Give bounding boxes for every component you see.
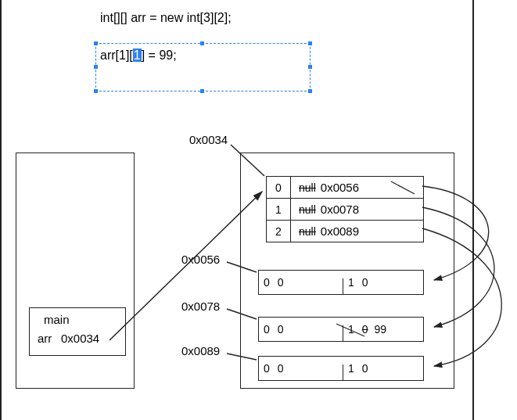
code-line-1: int[][] arr = new int[3][2]; <box>100 11 232 25</box>
table-row: 1 null 0x0078 <box>267 198 423 220</box>
row-address: 0x0078 <box>321 203 359 216</box>
code-suffix: = 99; <box>145 48 176 62</box>
subarray-1: 0 0 1 0 99 <box>258 317 424 342</box>
subarray-0: 0 0 1 0 <box>258 270 424 295</box>
table-row: 2 null 0x0089 <box>267 220 423 242</box>
page-left-border <box>0 0 2 420</box>
cell-index: 0 <box>264 323 270 336</box>
cell-old-value: 0 <box>362 323 368 336</box>
old-value: null <box>299 203 316 216</box>
stack-var-value: 0x0034 <box>61 332 99 345</box>
code-line-2: arr[1][1] = 99; <box>100 48 177 63</box>
old-value: null <box>299 225 316 238</box>
cell-value: 0 <box>362 276 368 289</box>
subarray-address-2: 0x0089 <box>181 344 220 357</box>
code-highlighted-index: 1 <box>133 48 142 62</box>
cell-value: 0 <box>278 276 284 289</box>
cell-value: 0 <box>362 362 368 375</box>
old-value: null <box>299 181 316 194</box>
cell-index: 1 <box>348 323 354 336</box>
subarray-2: 0 0 1 0 <box>258 356 424 381</box>
cell-index: 1 <box>348 362 354 375</box>
row-address: 0x0056 <box>321 181 359 194</box>
cell-value: 0 <box>278 323 284 336</box>
row-index: 0 <box>267 177 291 198</box>
cell-index: 0 <box>264 276 270 289</box>
row-address: 0x0089 <box>321 224 359 238</box>
stack-var-name: arr <box>38 332 52 345</box>
row-index: 2 <box>267 221 291 242</box>
outer-array-table: 0 null 0x0056 1 null 0x0078 2 null 0x008… <box>266 176 424 242</box>
cell-index: 0 <box>264 362 270 375</box>
row-index: 1 <box>267 199 291 220</box>
cell-index: 1 <box>348 276 354 289</box>
stack-frame-name: main <box>44 313 70 326</box>
outer-array-address: 0x0034 <box>189 133 228 146</box>
cell-new-value: 99 <box>374 323 386 336</box>
cell-value: 0 <box>278 362 284 375</box>
subarray-address-0: 0x0056 <box>181 253 220 266</box>
code-prefix: arr[1] <box>100 48 129 62</box>
page-right-border <box>472 0 474 420</box>
subarray-address-1: 0x0078 <box>181 300 220 313</box>
table-row: 0 null 0x0056 <box>267 177 423 198</box>
